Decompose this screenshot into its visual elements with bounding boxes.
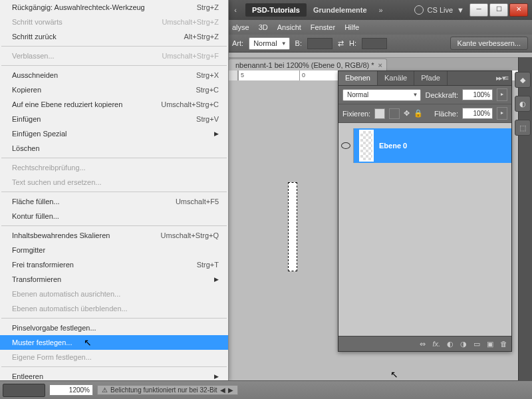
- menu-stroke[interactable]: Kontur füllen...: [0, 209, 228, 223]
- menu-step-forward[interactable]: Schritt vorwärtsUmschalt+Strg+Z: [0, 15, 228, 29]
- window-minimize-button[interactable]: ─: [469, 3, 488, 17]
- menu-step-backward[interactable]: Schritt zurückAlt+Strg+Z: [0, 29, 228, 44]
- menu-spelling: Rechtschreibprüfung...: [0, 160, 228, 175]
- options-link-icon[interactable]: ⇄: [338, 39, 344, 48]
- document-close-icon[interactable]: ×: [378, 61, 382, 69]
- chevron-left-icon[interactable]: ‹: [228, 6, 243, 14]
- lock-pixels-icon[interactable]: [389, 108, 400, 119]
- layer-mask-icon[interactable]: ◐: [447, 340, 454, 348]
- layer-name[interactable]: Ebene 0: [379, 142, 407, 150]
- menu-3d[interactable]: 3D: [259, 23, 268, 31]
- workspace-tab-grund[interactable]: Grundelemente: [307, 3, 374, 17]
- opacity-label: Deckkraft:: [425, 91, 458, 99]
- menu-ansicht[interactable]: Ansicht: [277, 23, 301, 31]
- fill-chevron-icon[interactable]: ▸: [497, 107, 507, 120]
- menu-find-replace: Text suchen und ersetzen...: [0, 175, 228, 190]
- layer-group-icon[interactable]: ▭: [473, 340, 480, 348]
- dock-transform-icon[interactable]: ⬚: [515, 120, 531, 136]
- marquee-selection: [288, 182, 297, 271]
- opacity-chevron-icon[interactable]: ▸: [497, 88, 507, 101]
- lock-all-icon[interactable]: 🔒: [414, 109, 423, 118]
- layer-list[interactable]: Ebene 0 ↖: [338, 123, 511, 336]
- lock-transparency-icon[interactable]: [374, 108, 385, 119]
- opacity-field[interactable]: 100%: [462, 89, 493, 100]
- eye-icon: [341, 142, 350, 149]
- menu-puppet-warp[interactable]: Formgitter: [0, 243, 228, 257]
- edit-menu: Rückgängig: Auswahlrechteck-WerkzeugStrg…: [0, 0, 229, 381]
- status-prev-icon[interactable]: ◀: [220, 386, 225, 394]
- document-tab[interactable]: nbenannt-1 bei 1200% (Ebene 0, RGB/8) * …: [228, 59, 387, 71]
- menu-define-shape: Eigene Form festlegen...: [0, 350, 228, 364]
- workspace-more-icon[interactable]: »: [374, 6, 388, 14]
- fill-field[interactable]: 100%: [462, 108, 493, 119]
- cs-live-icon: [414, 5, 424, 15]
- panel-tab-ebenen[interactable]: Ebenen: [338, 71, 378, 85]
- cs-live-chevron-icon: ▼: [457, 6, 464, 14]
- panel-tab-pfade[interactable]: Pfade: [414, 71, 448, 85]
- menu-auto-blend: Ebenen automatisch überblenden...: [0, 301, 228, 316]
- options-mode-select[interactable]: Normal: [249, 37, 289, 50]
- menu-paste-special[interactable]: Einfügen Spezial▶: [0, 126, 228, 141]
- fill-label: Fläche:: [434, 110, 458, 118]
- menu-cut[interactable]: AusschneidenStrg+X: [0, 68, 228, 82]
- panel-tab-kanaele[interactable]: Kanäle: [378, 71, 414, 85]
- layer-row-ebene-0[interactable]: Ebene 0: [338, 128, 511, 163]
- menu-free-transform[interactable]: Frei transformierenStrg+T: [0, 257, 228, 272]
- lock-move-icon[interactable]: ✥: [404, 109, 410, 118]
- workspace-tab-psd[interactable]: PSD-Tutorials: [245, 3, 307, 17]
- menu-fill[interactable]: Fläche füllen...Umschalt+F5: [0, 194, 228, 209]
- cs-live-button[interactable]: CS Live ▼: [409, 5, 469, 15]
- status-drag-handle[interactable]: [3, 384, 45, 397]
- lock-label: Fixieren:: [342, 110, 370, 118]
- warning-icon: ⚠: [102, 386, 108, 394]
- dock-adjust-icon[interactable]: ◐: [515, 96, 531, 112]
- panel-menu-icon[interactable]: ▸▸ ▾≡: [492, 71, 511, 85]
- window-close-button[interactable]: ✕: [509, 3, 528, 17]
- menu-transform[interactable]: Transformieren▶: [0, 272, 228, 287]
- menu-define-pattern[interactable]: Muster festlegen...: [0, 335, 228, 350]
- options-bar: Art: Normal B: ⇄ H: Kante verbessern...: [228, 35, 532, 53]
- options-w-label: B:: [295, 39, 302, 47]
- menu-copy[interactable]: KopierenStrg+C: [0, 82, 228, 97]
- blend-mode-select[interactable]: Normal: [342, 89, 421, 101]
- layer-thumbnail[interactable]: [359, 130, 374, 162]
- menu-clear[interactable]: Löschen: [0, 141, 228, 156]
- menu-analyse[interactable]: alyse: [232, 23, 249, 31]
- layer-visibility-toggle[interactable]: [338, 128, 354, 163]
- main-menubar: alyse 3D Ansicht Fenster Hilfe: [228, 20, 532, 35]
- options-h-label: H:: [349, 39, 356, 47]
- menu-hilfe[interactable]: Hilfe: [344, 23, 359, 31]
- delete-layer-icon[interactable]: 🗑: [500, 340, 507, 348]
- menu-undo[interactable]: Rückgängig: Auswahlrechteck-WerkzeugStrg…: [0, 0, 228, 15]
- document-title: nbenannt-1 bei 1200% (Ebene 0, RGB/8) *: [235, 61, 374, 69]
- options-width-field[interactable]: [307, 38, 332, 49]
- cs-live-label: CS Live: [428, 6, 454, 14]
- menu-fenster[interactable]: Fenster: [311, 23, 335, 31]
- dock-color-icon[interactable]: ◆: [515, 72, 531, 88]
- menu-paste[interactable]: EinfügenStrg+V: [0, 112, 228, 126]
- window-maximize-button[interactable]: ☐: [489, 3, 508, 17]
- new-layer-icon[interactable]: ▣: [487, 340, 493, 348]
- zoom-level-field[interactable]: 1200%: [49, 384, 93, 396]
- options-art-label: Art:: [232, 39, 243, 47]
- menu-content-aware-scale[interactable]: Inhaltsbewahrendes SkalierenUmschalt+Str…: [0, 228, 228, 243]
- options-height-field[interactable]: [362, 38, 387, 49]
- status-message[interactable]: ⚠ Belichtung funktioniert nur bei 32-Bit…: [97, 385, 238, 395]
- layers-panel: Ebenen Kanäle Pfade ▸▸ ▾≡ Normal Deckkra…: [338, 70, 512, 352]
- status-bar: 1200% ⚠ Belichtung funktioniert nur bei …: [0, 380, 532, 399]
- menu-fade[interactable]: Verblassen...Umschalt+Strg+F: [0, 49, 228, 63]
- link-layers-icon[interactable]: ⇔: [420, 340, 426, 348]
- refine-edge-button[interactable]: Kante verbessern...: [450, 37, 528, 50]
- status-next-icon[interactable]: ▶: [228, 386, 233, 394]
- adjustment-layer-icon[interactable]: ◑: [460, 340, 467, 348]
- layer-fx-icon[interactable]: fx.: [432, 340, 440, 348]
- menu-define-brush[interactable]: Pinselvorgabe festlegen...: [0, 321, 228, 335]
- menu-auto-align: Ebenen automatisch ausrichten...: [0, 287, 228, 301]
- menu-copy-merged[interactable]: Auf eine Ebene reduziert kopierenUmschal…: [0, 97, 228, 112]
